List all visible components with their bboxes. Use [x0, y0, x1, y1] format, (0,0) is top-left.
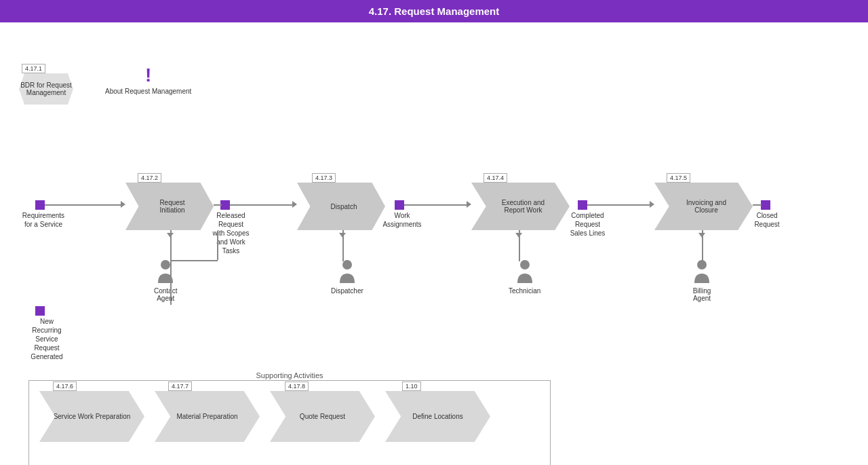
connector-3 [404, 204, 467, 206]
header-title: 4.17. Request Management [369, 5, 500, 17]
sub-label-4: Define Locations [412, 413, 463, 420]
label-work-assignments: WorkAssignments [378, 211, 426, 229]
actor-contact-agent: ContactAgent [154, 259, 177, 302]
label-recurring: NewRecurringServiceRequestGenerated [16, 317, 77, 361]
label-req-initiation: RequestInitiation [159, 199, 184, 214]
about-section[interactable]: ! About Request Management [105, 64, 191, 95]
svg-point-0 [161, 260, 170, 269]
arrow-4 [650, 201, 654, 208]
bdr-label: BDR for RequestManagement [20, 81, 72, 96]
connector-1 [45, 204, 121, 206]
actor-dispatcher: Dispatcher [331, 259, 363, 295]
sub-chevron-4[interactable]: Define Locations [385, 391, 490, 442]
connector-recurring-v [170, 230, 172, 305]
sub-chevron-3[interactable]: Quote Request [270, 391, 375, 442]
actor-dispatcher-label: Dispatcher [331, 287, 363, 295]
supporting-activities-label: Supporting Activities [28, 371, 551, 379]
sub-badge-3: 4.17.8 [285, 382, 309, 391]
event-completed[interactable] [578, 200, 587, 210]
event-work-assignments[interactable] [395, 200, 404, 210]
actor-contact-agent-label: ContactAgent [154, 287, 177, 302]
label-closed: ClosedRequest [743, 211, 791, 229]
chevron-dispatch[interactable]: Dispatch [297, 183, 385, 230]
billing-agent-icon [692, 259, 712, 283]
actor-technician-label: Technician [509, 287, 540, 295]
event-closed[interactable] [761, 200, 770, 210]
label-dispatch: Dispatch [331, 203, 357, 210]
connector-2a [214, 204, 222, 206]
event-recurring[interactable] [35, 306, 45, 316]
sub-label-2: Material Preparation [176, 413, 237, 420]
sub-chevron-1[interactable]: Service Work Preparation [39, 391, 144, 442]
technician-icon [515, 259, 535, 283]
exclaim-icon: ! [105, 64, 191, 86]
label-execution: Execution andReport Work [502, 199, 545, 214]
sub-badge-4: 1.10 [402, 382, 421, 391]
badge-execution: 4.17.4 [484, 173, 507, 183]
svg-point-3 [697, 260, 707, 269]
arrow-1 [121, 201, 125, 208]
arrow-billing-up [698, 233, 705, 238]
connector-5 [753, 204, 762, 206]
label-released: ReleasedRequestwith Scopesand WorkTasks [202, 211, 260, 255]
badge-invoicing: 4.17.5 [667, 173, 690, 183]
sub-badge-2: 4.17.7 [168, 382, 192, 391]
connector-contact-v2 [217, 231, 218, 260]
sub-label-3: Quote Request [300, 413, 345, 420]
header: 4.17. Request Management [0, 0, 868, 22]
bdr-badge: 4.17.1 [22, 64, 45, 73]
contact-agent-icon [155, 259, 176, 283]
arrow-3 [467, 201, 471, 208]
chevron-execution[interactable]: Execution andReport Work [471, 183, 570, 230]
sub-badge-1: 4.17.6 [53, 382, 77, 391]
arrow-technician-up [515, 233, 522, 238]
supporting-title: Supporting Activities [256, 371, 323, 379]
actor-technician: Technician [509, 259, 540, 295]
badge-req-initiation: 4.17.2 [138, 173, 161, 183]
badge-dispatch: 4.17.3 [312, 173, 336, 183]
svg-point-1 [342, 260, 352, 269]
bdr-shape[interactable]: BDR for RequestManagement [19, 73, 73, 105]
svg-point-2 [520, 260, 530, 269]
supporting-box: 4.17.6 Service Work Preparation 4.17.7 M… [28, 380, 551, 465]
event-requirements[interactable] [35, 200, 45, 210]
bdr-hexagon[interactable]: 4.17.1 BDR for RequestManagement [19, 73, 73, 105]
event-released[interactable] [220, 200, 230, 210]
label-completed: CompletedRequestSales Lines [559, 211, 616, 238]
actor-billing-agent: BillingAgent [692, 259, 712, 302]
chevron-invoicing[interactable]: Invoicing andClosure [654, 183, 753, 230]
arrow-dispatcher-up [339, 233, 346, 238]
connector-4 [587, 204, 650, 206]
chevron-req-initiation[interactable]: RequestInitiation [125, 183, 214, 230]
sub-chevron-2[interactable]: Material Preparation [155, 391, 260, 442]
connector-contact-h [170, 260, 218, 261]
label-invoicing: Invoicing andClosure [686, 199, 726, 214]
actor-billing-agent-label: BillingAgent [692, 287, 712, 302]
sub-label-1: Service Work Preparation [54, 413, 131, 420]
about-label: About Request Management [105, 88, 191, 95]
arrow-2 [292, 201, 297, 208]
main-canvas: 4.17.1 BDR for RequestManagement ! About… [0, 22, 868, 457]
label-requirements: Requirementsfor a Service [16, 211, 71, 229]
connector-2b [230, 204, 293, 206]
dispatcher-icon [337, 259, 357, 283]
